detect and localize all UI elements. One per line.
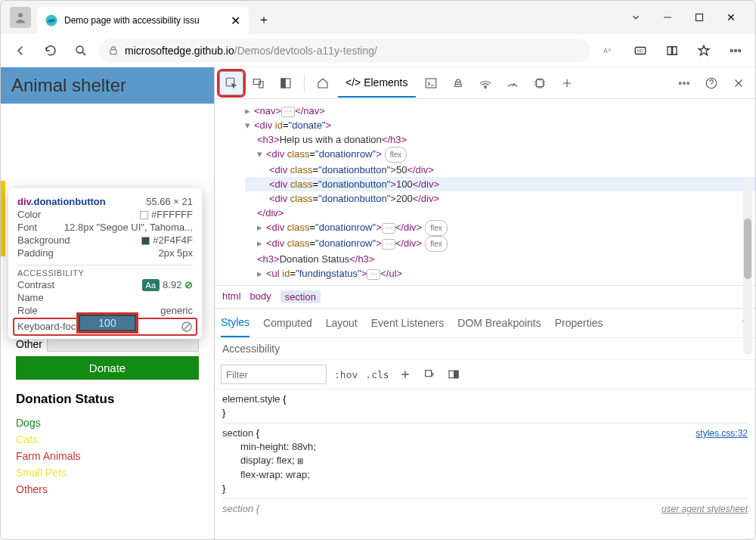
hd-icon[interactable]: HD	[628, 39, 652, 63]
dom-breadcrumb[interactable]: html body section	[215, 285, 755, 308]
tab-event-listeners[interactable]: Event Listeners	[371, 309, 445, 337]
svg-rect-22	[536, 79, 543, 86]
elements-tab[interactable]: </> Elements	[338, 69, 416, 98]
browser-navbar: microsoftedge.github.io/Demos/devtools-a…	[1, 34, 755, 67]
donate-button[interactable]: Donate	[16, 356, 199, 380]
url-bar[interactable]: microsoftedge.github.io/Demos/devtools-a…	[99, 39, 590, 63]
styles-pane: Styles Computed Layout Event Listeners D…	[215, 308, 755, 522]
close-window-button[interactable]: ✕	[723, 10, 739, 25]
edge-favicon-icon	[45, 14, 58, 27]
url-text: microsoftedge.github.io/Demos/devtools-a…	[125, 45, 581, 57]
css-rules[interactable]: element.style {} styles.css:32 section {…	[215, 389, 755, 522]
console-tab-icon[interactable]	[419, 71, 443, 95]
donation-button-100[interactable]: 100	[78, 314, 137, 332]
tab-close-icon[interactable]: ✕	[229, 14, 241, 26]
svg-rect-29	[454, 371, 457, 377]
browser-tab[interactable]: Demo page with accessibility issu ✕	[37, 7, 249, 34]
svg-point-20	[456, 79, 460, 82]
svg-text:A⁾⁾: A⁾⁾	[603, 48, 611, 54]
list-item: Farm Animals	[16, 448, 199, 464]
tab-layout[interactable]: Layout	[326, 309, 358, 337]
performance-tab-icon[interactable]	[500, 71, 525, 95]
caret-down-icon[interactable]	[628, 10, 643, 25]
tab-computed[interactable]: Computed	[263, 309, 312, 337]
device-toggle-button[interactable]	[246, 71, 271, 95]
profile-avatar[interactable]	[10, 7, 31, 28]
dom-tree[interactable]: ▸<nav>⋯</nav> ▾<div id="donate"> <h3>Hel…	[215, 99, 755, 285]
rendering-icon[interactable]	[421, 366, 438, 383]
svg-point-0	[18, 13, 23, 17]
devtools-panel: </> Elements ▸<nav>⋯</nav> ▾<div id="don…	[214, 67, 755, 539]
favorite-icon[interactable]	[692, 39, 716, 63]
network-tab-icon[interactable]	[473, 71, 497, 95]
memory-tab-icon[interactable]	[528, 71, 552, 95]
refresh-button[interactable]	[39, 39, 63, 63]
sources-tab-icon[interactable]	[446, 71, 470, 95]
donation-status-heading: Donation Status	[16, 392, 199, 407]
minimize-button[interactable]	[660, 10, 675, 25]
devtools-close-icon[interactable]	[727, 71, 751, 95]
back-button[interactable]	[8, 39, 33, 63]
source-link[interactable]: styles.css:32	[696, 427, 748, 440]
page-title: Animal shelter	[1, 67, 214, 104]
svg-point-4	[76, 46, 83, 53]
tab-properties[interactable]: Properties	[555, 309, 603, 337]
more-tabs-button[interactable]	[555, 71, 579, 95]
devtools-toolbar: </> Elements	[215, 67, 755, 99]
svg-point-24	[683, 82, 686, 84]
svg-point-25	[687, 82, 689, 84]
svg-point-10	[735, 49, 737, 51]
not-focusable-icon	[181, 321, 193, 333]
list-item: Others	[16, 481, 199, 498]
svg-rect-5	[110, 49, 116, 54]
page-preview: Animal shelter div.donationbutton 55.66 …	[1, 67, 214, 539]
search-button[interactable]	[69, 39, 93, 63]
other-label: Other	[16, 338, 42, 350]
reader-icon[interactable]	[660, 39, 684, 63]
maximize-button[interactable]	[692, 10, 707, 25]
svg-line-13	[184, 324, 190, 330]
tab-title: Demo page with accessibility issu	[64, 15, 229, 26]
svg-rect-27	[425, 371, 431, 377]
svg-point-23	[679, 82, 681, 84]
welcome-tab-icon[interactable]	[311, 71, 335, 95]
styles-filter-input[interactable]	[221, 365, 327, 384]
devtools-more-icon[interactable]	[672, 71, 696, 95]
cls-toggle[interactable]: .cls	[365, 369, 389, 380]
sidebar-strip	[1, 181, 5, 256]
tab-styles[interactable]: Styles	[221, 309, 249, 337]
new-rule-icon[interactable]	[397, 366, 414, 383]
selected-dom-node: <div class="donationbutton">100</div>	[245, 177, 755, 191]
list-item: Cats	[16, 431, 199, 448]
svg-point-9	[730, 49, 733, 51]
svg-rect-18	[281, 79, 285, 88]
computed-toggle-icon[interactable]	[445, 366, 462, 383]
devtools-scrollbar[interactable]	[743, 181, 752, 355]
accessibility-label[interactable]: Accessibility	[215, 338, 755, 360]
svg-point-11	[739, 49, 741, 51]
dock-side-button[interactable]	[274, 71, 298, 95]
svg-point-21	[485, 87, 486, 88]
svg-rect-19	[426, 79, 436, 88]
inspect-element-button[interactable]	[219, 71, 243, 95]
more-icon[interactable]	[723, 39, 748, 63]
window-titlebar: Demo page with accessibility issu ✕ ＋ ✕	[1, 1, 755, 34]
help-icon[interactable]	[699, 71, 723, 95]
funding-status-list: Dogs Cats Farm Animals Small Pets Others	[16, 414, 199, 498]
hov-toggle[interactable]: :hov	[334, 369, 358, 380]
svg-text:HD: HD	[637, 48, 644, 53]
other-input[interactable]	[47, 337, 199, 352]
tab-dom-breakpoints[interactable]: DOM Breakpoints	[457, 309, 541, 337]
list-item: Dogs	[16, 414, 199, 431]
list-item: Small Pets	[16, 464, 199, 481]
read-aloud-icon[interactable]: A⁾⁾	[596, 39, 621, 63]
svg-rect-3	[696, 14, 703, 21]
new-tab-button[interactable]: ＋	[252, 8, 276, 32]
lock-icon	[108, 45, 119, 56]
